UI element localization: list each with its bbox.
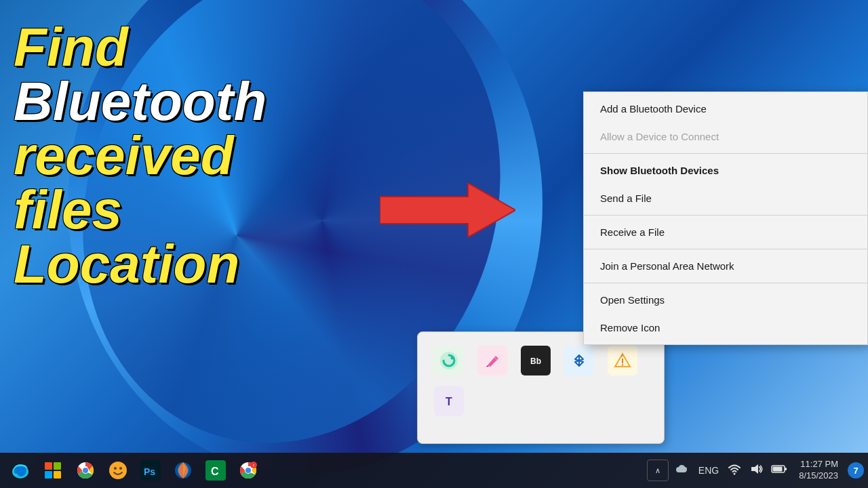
svg-marker-36 <box>751 464 758 474</box>
grammarly-icon[interactable] <box>434 346 464 375</box>
svg-rect-8 <box>622 359 623 363</box>
chrome2-taskbar-icon[interactable]: ! <box>233 455 263 485</box>
svg-rect-16 <box>45 471 52 479</box>
svg-point-2 <box>451 357 454 360</box>
pen-tool-icon[interactable] <box>477 346 507 375</box>
svg-text:C: C <box>211 466 219 477</box>
svg-point-35 <box>734 473 736 475</box>
title-line5: Location <box>14 237 267 291</box>
menu-item-show-devices[interactable]: Show Bluetooth Devices <box>584 157 867 184</box>
clock-time: 11:27 PM <box>800 459 838 470</box>
menu-item-join-pan[interactable]: Join a Personal Area Network <box>584 252 867 280</box>
taskbar: Ps C <box>0 453 868 488</box>
svg-marker-0 <box>380 183 515 237</box>
wifi-icon[interactable] <box>726 462 743 479</box>
menu-item-receive-file[interactable]: Receive a File <box>584 218 867 246</box>
clock-display[interactable]: 11:27 PM 8/15/2023 <box>793 459 844 482</box>
svg-text:Ps: Ps <box>144 466 155 477</box>
svg-rect-38 <box>785 468 787 470</box>
menu-item-remove-icon[interactable]: Remove Icon <box>584 314 867 342</box>
warning-icon[interactable] <box>608 346 637 375</box>
browser-brand-icon[interactable]: Bb <box>521 346 551 375</box>
menu-divider-4 <box>584 215 867 216</box>
battery-icon[interactable] <box>769 464 789 477</box>
systray-popup: Bb T <box>417 331 665 444</box>
taskbar-left: Ps C <box>0 455 647 485</box>
teams-icon[interactable]: T <box>434 386 464 416</box>
svg-rect-15 <box>54 462 61 470</box>
language-indicator[interactable]: ENG <box>696 465 722 476</box>
bluetooth-context-menu: Add a Bluetooth DeviceAllow a Device to … <box>583 92 868 345</box>
red-arrow-icon <box>380 183 515 237</box>
menu-divider-2 <box>584 153 867 154</box>
systray-row-2: T <box>434 386 648 416</box>
weather-icon[interactable] <box>673 462 692 479</box>
title-line2: Bluetooth <box>14 75 267 129</box>
bluetooth-tray-icon[interactable] <box>564 346 594 375</box>
svg-point-9 <box>622 364 623 365</box>
firefox-taskbar-icon[interactable] <box>168 455 198 485</box>
title-line4: files <box>14 183 267 237</box>
svg-text:!: ! <box>253 464 254 468</box>
taskbar-right: ∧ ENG <box>647 459 868 482</box>
notification-badge[interactable]: 7 <box>848 462 864 479</box>
video-title: Find Bluetooth received files Location <box>14 20 267 291</box>
svg-point-20 <box>83 468 88 473</box>
store-taskbar-icon[interactable] <box>38 455 68 485</box>
svg-point-23 <box>119 467 122 470</box>
svg-point-32 <box>245 468 251 473</box>
edge-taskbar-icon[interactable] <box>5 455 35 485</box>
svg-text:Bb: Bb <box>530 357 541 366</box>
title-line1: Find <box>14 20 267 75</box>
svg-rect-14 <box>45 462 52 470</box>
systray-row-1: Bb <box>434 346 648 375</box>
menu-item-add-bluetooth[interactable]: Add a Bluetooth Device <box>584 95 867 123</box>
chevron-up-icon: ∧ <box>655 466 660 475</box>
tray-chevron-button[interactable]: ∧ <box>647 460 669 481</box>
menu-item-send-file[interactable]: Send a File <box>584 184 867 212</box>
menu-item-open-settings[interactable]: Open Settings <box>584 286 867 314</box>
svg-rect-17 <box>54 471 61 479</box>
emoji-taskbar-icon[interactable] <box>103 455 133 485</box>
svg-text:T: T <box>446 396 452 407</box>
svg-point-22 <box>114 467 117 470</box>
volume-icon[interactable] <box>747 462 765 479</box>
camtasia-taskbar-icon[interactable]: C <box>201 455 231 485</box>
clock-date: 8/15/2023 <box>799 470 838 482</box>
photoshop-taskbar-icon[interactable]: Ps <box>136 455 165 485</box>
svg-rect-39 <box>773 467 783 472</box>
chrome-taskbar-icon[interactable] <box>71 455 100 485</box>
menu-divider-5 <box>584 249 867 249</box>
title-line3: received <box>14 129 267 183</box>
menu-divider-6 <box>584 283 867 283</box>
svg-point-21 <box>109 462 127 479</box>
menu-item-allow-connect: Allow a Device to Connect <box>584 123 867 150</box>
